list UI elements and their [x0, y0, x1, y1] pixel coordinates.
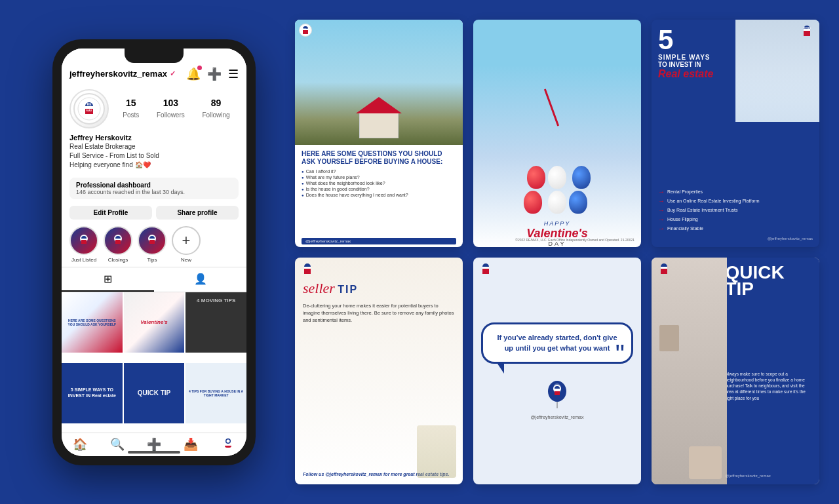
grid-item-4-text: 5 SIMPLE WAYS TO INVEST IN Real estate [62, 363, 123, 424]
card5-quote-text: If you've already started, don't give up… [492, 332, 622, 354]
grid-item-2[interactable]: Valentine's [124, 292, 185, 353]
phone-home-bar [128, 451, 180, 454]
valentine-text: HAPPY Valentine's DAY [526, 220, 588, 247]
card3-handle: @jeffreyherskovitz_remax [658, 237, 813, 241]
card6-quick-text: QUICK [725, 264, 813, 281]
card-five-ways: RE/MAX 5 SIMPLE WAYS TO INVEST IN Real e… [652, 20, 819, 247]
card3-item-text-5: Financially Stable [667, 226, 703, 231]
card1-house-image [295, 20, 463, 145]
grid-tab-posts[interactable]: ⊞ [62, 267, 154, 292]
avatar: RE MAX [69, 89, 109, 128]
arrow-icon-1: → [658, 188, 665, 195]
grid-item-2-text: Valentine's [124, 292, 185, 353]
svg-rect-45 [661, 267, 667, 269]
bio-line2: Full Service - From List to Sold [69, 151, 239, 161]
followers-count: 103 [157, 98, 185, 108]
share-profile-button[interactable]: Share profile [156, 206, 239, 220]
svg-rect-8 [81, 240, 87, 244]
username-display: jeffreyherskovitz_remax ✓ [69, 69, 176, 79]
card1-q3: What does the neighborhood look like? [302, 180, 456, 186]
username-text: jeffreyherskovitz_remax [69, 69, 167, 79]
highlight-label-new: New [181, 257, 191, 263]
following-count: 89 [202, 98, 229, 108]
card4-seller: seller [303, 280, 335, 296]
verified-badge: ✓ [170, 69, 176, 78]
edit-profile-button[interactable]: Edit Profile [69, 206, 152, 220]
card6-title: QUICK TIP [725, 264, 813, 297]
posts-label: Posts [123, 111, 139, 119]
grid-tab-tagged[interactable]: 👤 [154, 267, 246, 292]
svg-rect-41 [555, 389, 560, 391]
following-label: Following [202, 111, 229, 119]
nav-add[interactable]: ➕ [136, 437, 172, 452]
card3-item-text-3: Buy Real Estate Investment Trusts [667, 208, 737, 212]
highlight-new[interactable]: + New [172, 226, 201, 263]
card1-handle: @jeffreyherskovitz_remax [302, 238, 456, 244]
card6-tip-text: TIP [725, 281, 813, 297]
content-showcase-grid: RE/MAX HERE ARE SOME QUESTIONS YOU SHOUL… [282, 0, 839, 504]
add-icon[interactable]: ➕ [207, 67, 222, 81]
nav-profile[interactable] [210, 437, 246, 452]
arrow-icon-5: → [658, 225, 665, 232]
photo-grid: HERE ARE SOME QUESTIONS YOU SHOULD ASK Y… [62, 292, 246, 433]
card5-quote-bubble: If you've already started, don't give up… [481, 322, 633, 364]
card3-item-5: → Financially Stable [658, 225, 813, 232]
svg-rect-23 [303, 30, 308, 34]
highlight-just-listed[interactable]: Just Listed [69, 226, 98, 263]
professional-dashboard[interactable]: Professional dashboard 146 accounts reac… [69, 178, 239, 199]
highlight-circle-3 [138, 226, 166, 255]
card5-remax-badge [478, 262, 493, 279]
phone-frame: jeffreyherskovitz_remax ✓ 🔔 ➕ ☰ [52, 39, 256, 465]
grid-item-1[interactable]: HERE ARE SOME QUESTIONS YOU SHOULD ASK Y… [62, 292, 123, 353]
bio-name: Jeffrey Herskovitz [69, 134, 239, 142]
card3-item-1: → Rental Properties [658, 188, 813, 195]
card3-item-text-1: Rental Properties [667, 189, 703, 194]
card6-bg-image [652, 258, 727, 485]
grid-item-5-text: QUICK TIP [124, 363, 185, 424]
profile-buttons: Edit Profile Share profile [62, 203, 246, 222]
grid-item-6[interactable]: 4 TIPS FOR BUYING A HOUSE IN A TIGHT MAR… [185, 363, 246, 424]
card-quick-tip: QUICK TIP Always make sure to scope out … [652, 258, 819, 485]
card3-simple: SIMPLE WAYS [658, 54, 813, 61]
highlight-tips[interactable]: Tips [138, 226, 166, 263]
nav-search[interactable]: 🔍 [98, 437, 135, 452]
svg-rect-32 [304, 267, 311, 269]
svg-rect-13 [115, 239, 121, 240]
nav-home[interactable]: 🏠 [62, 437, 98, 452]
grid-item-4[interactable]: 5 SIMPLE WAYS TO INVEST IN Real estate [62, 363, 123, 424]
posts-stat: 15 Posts [123, 98, 139, 120]
card6-body: Always make sure to scope out a neighbou… [725, 371, 813, 400]
card3-list: → Rental Properties → Use an Online Real… [658, 188, 813, 234]
card3-item-2: → Use an Online Real Estate Investing Pl… [658, 197, 813, 204]
highlight-closings[interactable]: Closings [104, 226, 132, 263]
card5-balloon [545, 379, 569, 410]
card1-questions: Can I afford it? What are my future plan… [302, 168, 456, 198]
followers-label: Followers [157, 111, 185, 119]
card1-q4: Is the house in good condition? [302, 186, 456, 192]
grid-item-3[interactable]: 4 MOVING TIPS [185, 292, 246, 353]
posts-count: 15 [123, 98, 139, 108]
card-seller-tip: seller TIP De-cluttering your home makes… [295, 258, 463, 485]
bio-line3: Helping everyone find 🏠❤️ [69, 161, 239, 170]
nav-reels[interactable]: 📥 [172, 437, 209, 452]
followers-stat: 103 Followers [157, 98, 185, 120]
arrow-icon-2: → [658, 197, 665, 204]
grid-item-6-text: 4 TIPS FOR BUYING A HOUSE IN A TIGHT MAR… [185, 363, 246, 424]
card3-item-4: → House Flipping [658, 216, 813, 223]
card3-item-text-4: House Flipping [667, 217, 698, 222]
card3-item-3: → Buy Real Estate Investment Trusts [658, 206, 813, 214]
card4-tip: TIP [338, 284, 358, 295]
profile-row: RE MAX 15 Posts 103 Followers [69, 89, 239, 128]
card3-item-text-2: Use an Online Real Estate Investing Plat… [667, 199, 759, 203]
svg-point-19 [226, 439, 229, 442]
card1-q1: Can I afford it? [302, 168, 456, 174]
menu-icon[interactable]: ☰ [228, 67, 239, 81]
card2-copyright: ©2022 RE/MAX, LLC. Each Office Independe… [515, 238, 634, 242]
notifications-icon[interactable]: 🔔 [186, 67, 201, 81]
notification-dot [197, 66, 202, 70]
card3-ways: TO INVEST IN [658, 61, 813, 68]
grid-item-5[interactable]: QUICK TIP [124, 363, 185, 424]
svg-rect-16 [149, 240, 155, 244]
dashboard-subtitle: 146 accounts reached in the last 30 days… [76, 189, 232, 195]
card1-remax-badge: RE/MAX [299, 24, 312, 37]
